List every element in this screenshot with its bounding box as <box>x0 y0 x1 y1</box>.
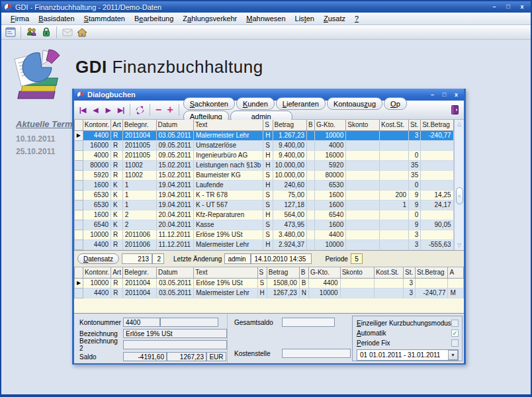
cell-belegnr: 2011004 <box>122 278 156 288</box>
cell-stbetrag: -240,77 <box>415 288 447 298</box>
cell-art: K <box>111 210 123 220</box>
gdi-logo <box>11 45 73 103</box>
table-row[interactable]: ▶10000R201100403.05.2011Erlöse 19% UStS1… <box>75 278 464 288</box>
menu-mahnwesen[interactable]: Mahnwesen <box>242 14 289 23</box>
automatik-checkbox[interactable]: ✓ <box>451 330 459 337</box>
insert-record-button[interactable]: + <box>165 104 175 116</box>
menu-basisdaten[interactable]: Basisdaten <box>34 14 78 23</box>
datensatz-button[interactable]: Datensatz <box>77 253 119 264</box>
kontoauszug-button[interactable]: Kontoauszug <box>327 97 382 110</box>
users-icon[interactable] <box>25 26 38 38</box>
current-row-marker <box>75 180 83 190</box>
kontonummer-field[interactable]: 4400 <box>123 318 160 327</box>
op-button[interactable]: Op <box>384 97 407 110</box>
table-row[interactable]: 6540K220.04.2011KasseS473,951600990,05V <box>75 220 464 230</box>
cell-gkto: 1600 <box>314 220 345 230</box>
table-row[interactable]: ▶4400R201100403.05.2011Malermeister Lehr… <box>75 130 464 140</box>
scrollbar-thumb[interactable]: ≡ <box>456 187 463 204</box>
toolbar-separator <box>130 104 130 116</box>
scroll-up-icon[interactable]: △ <box>457 120 461 129</box>
kostenstelle-field[interactable] <box>282 349 351 358</box>
dialog-toolbar: |◀ ◀ ▶ ▶| − + SachkontenKundenLieferante… <box>74 101 464 120</box>
last-record-button[interactable]: ▶| <box>115 103 126 116</box>
cell-betrag: 564,00 <box>273 210 307 220</box>
table-row[interactable]: 10000R201100611.12.2011Erlöse 19% UStS3.… <box>75 230 464 240</box>
cell-b <box>307 160 315 170</box>
chevron-down-icon[interactable]: ▼ <box>448 350 458 360</box>
table-row[interactable]: 5920R1100215.02.2011Baumeister KGS10.000… <box>75 170 464 180</box>
scroll-down-icon[interactable]: ▽ <box>457 241 461 250</box>
cell-kontonr: 6530 <box>83 200 111 210</box>
table-row[interactable]: 6530K119.04.2011K - UT 567S127,181600192… <box>75 200 464 210</box>
gesamtsaldo-field[interactable] <box>282 318 335 327</box>
periode-fix-checkbox[interactable] <box>451 339 459 347</box>
table-row[interactable]: 80000R1100215.02.2011Leistungen nach §13… <box>75 160 464 170</box>
cell-belegnr: 2 <box>122 220 156 230</box>
maximize-button[interactable]: □ <box>502 3 514 11</box>
table-row[interactable]: 4000R201100509.05.2011Ingenieurbüro AGH9… <box>75 150 464 160</box>
column-header-st: St. <box>409 120 421 130</box>
cell-s: S <box>263 200 273 210</box>
cell-gkto: 1600 <box>314 200 345 210</box>
cell-betrag: 127,18 <box>273 200 307 210</box>
record-count-field: 213 <box>122 253 152 264</box>
menu-firma[interactable]: Firma <box>7 14 33 23</box>
cell-gkto: 80000 <box>314 170 345 180</box>
cell-kostst <box>379 150 408 160</box>
cell-b <box>307 130 315 140</box>
einzeiliger-kurzbuchungsmodus-checkbox[interactable] <box>451 320 459 327</box>
cell-s: H <box>257 288 267 298</box>
kunden-button[interactable]: Kunden <box>236 97 275 110</box>
kontonummer-field-2[interactable] <box>160 318 218 327</box>
table-row[interactable]: 4400R201100403.05.2011Malermeister LehrH… <box>75 288 464 298</box>
refresh-icon[interactable] <box>134 103 146 116</box>
menu-stammdaten[interactable]: Stammdaten <box>80 14 129 23</box>
table-row[interactable]: 6530K119.04.2011K - TR 678S75,0016002009… <box>75 190 464 200</box>
period-select[interactable]: 01 01.01.2011 - 31.01.2011 ▼ <box>357 349 459 361</box>
menu-zusatz[interactable]: Zusatz <box>320 14 349 23</box>
vertical-scrollbar[interactable]: △ ≡ ▽ <box>454 120 464 250</box>
close-button[interactable]: x <box>516 3 528 11</box>
previous-record-button[interactable]: ◀ <box>89 103 101 116</box>
cell-b <box>307 180 315 190</box>
menu-zahlungsverkehr[interactable]: Zahlungsverkehr <box>179 14 241 23</box>
sachkonten-button[interactable]: Sachkonten <box>183 97 235 110</box>
first-record-button[interactable]: |◀ <box>77 103 88 116</box>
lieferanten-button[interactable]: Lieferanten <box>276 97 326 110</box>
terms-date: 25.10.2011 <box>16 146 73 158</box>
lock-icon[interactable] <box>40 26 52 38</box>
minimize-button[interactable]: – <box>488 3 500 11</box>
bookings-table: Kontonr.ArtBelegnr.DatumTextSBetragBG-Kt… <box>74 120 464 250</box>
form-icon[interactable] <box>4 26 17 38</box>
next-record-button[interactable]: ▶ <box>103 103 114 116</box>
cell-st <box>409 140 421 150</box>
table-row[interactable]: 1600K119.04.2011LaufendeH240,6065300 <box>75 180 464 190</box>
cell-b <box>307 170 315 180</box>
delete-record-button[interactable]: − <box>154 104 164 116</box>
home-icon[interactable] <box>75 26 88 38</box>
cell-art: R <box>111 140 123 150</box>
cell-gkto: 1600 <box>314 190 345 200</box>
cell-st: 35 <box>409 160 421 170</box>
menu-bearbeitung[interactable]: Bearbeitung <box>130 14 177 23</box>
periode-field[interactable]: 5 <box>351 253 363 264</box>
cell-kostst <box>379 240 408 249</box>
menu-help[interactable]: ? <box>351 14 363 23</box>
table-row[interactable]: 16000R201100509.05.2011UmsatzerlöseS9.40… <box>75 140 464 150</box>
mail-icon[interactable] <box>61 26 73 38</box>
table-row[interactable]: 1600K220.04.2011Kfz-ReparaturenH564,0065… <box>75 210 464 220</box>
changed-user-field: admin <box>224 253 251 264</box>
cell-kostst <box>379 210 408 220</box>
cell-text: Kasse <box>193 220 263 230</box>
table-row[interactable]: 4400R201100611.12.2011Malermeister LehrH… <box>75 240 464 249</box>
dialog-close-button[interactable]: x <box>451 91 461 99</box>
cell-art: R <box>111 150 123 160</box>
menu-listen[interactable]: Listen <box>291 14 318 23</box>
bezeichnung2-field[interactable] <box>123 340 227 349</box>
bezeichnung-field[interactable]: Erlöse 19% USt <box>123 329 227 338</box>
cell-betrag: 3.480,00 <box>273 230 307 240</box>
dialog-window: Dialogbuchen – □ x |◀ ◀ ▶ ▶| <box>72 89 466 365</box>
cell-st: 0 <box>409 180 421 190</box>
exit-icon[interactable] <box>449 103 461 116</box>
cell-stbetrag <box>421 140 453 150</box>
